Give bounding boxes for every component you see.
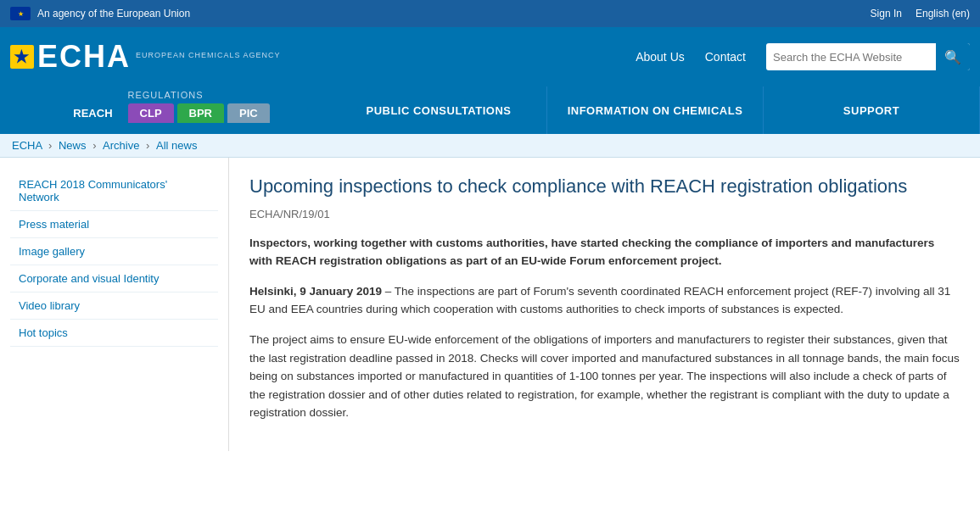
regulations-label: REGULATIONS — [127, 90, 203, 100]
article-lead: Inspectors, working together with custom… — [249, 234, 960, 270]
article-title: Upcoming inspections to check compliance… — [249, 175, 960, 199]
article-ref: ECHA/NR/19/01 — [249, 208, 960, 220]
search-bar: 🔍 — [766, 43, 970, 70]
breadcrumb-news[interactable]: News — [59, 139, 87, 152]
agency-label-area: ★ An agency of the European Union — [10, 7, 190, 20]
breadcrumb-all-news[interactable]: All news — [156, 139, 197, 152]
about-us-link[interactable]: About Us — [636, 50, 685, 64]
logo: ★ ECHA — [10, 39, 131, 75]
nav-support[interactable]: SUPPORT — [764, 86, 980, 134]
article-paragraph-2: The project aims to ensure EU-wide enfor… — [249, 331, 960, 422]
tab-clp[interactable]: CLP — [128, 103, 174, 123]
sidebar-link-corporate-identity[interactable]: Corporate and visual Identity — [10, 265, 218, 292]
main-nav: REGULATIONS REACH CLP BPR PIC PUBLIC CON… — [0, 86, 980, 134]
search-input[interactable] — [766, 47, 936, 67]
tab-reach[interactable]: REACH — [61, 103, 124, 123]
nav-information-on-chemicals[interactable]: INFORMATION ON CHEMICALS — [547, 86, 764, 134]
breadcrumb: ECHA › News › Archive › All news — [0, 134, 980, 158]
header-nav: About Us Contact 🔍 — [636, 43, 970, 70]
main-content: Upcoming inspections to check compliance… — [229, 158, 980, 451]
tab-bpr[interactable]: BPR — [177, 103, 224, 123]
sidebar-link-video-library[interactable]: Video library — [10, 292, 218, 320]
breadcrumb-echa[interactable]: ECHA — [12, 139, 42, 152]
breadcrumb-sep-3: › — [146, 139, 153, 152]
sidebar-link-hot-topics[interactable]: Hot topics — [10, 320, 218, 347]
nav-public-consultations[interactable]: PUBLIC CONSULTATIONS — [331, 86, 547, 134]
contact-link[interactable]: Contact — [705, 50, 746, 64]
top-bar: ★ An agency of the European Union Sign I… — [0, 0, 980, 27]
breadcrumb-sep-2: › — [92, 139, 99, 152]
breadcrumb-archive[interactable]: Archive — [103, 139, 139, 152]
article-dateline: Helsinki, 9 January 2019 — [249, 285, 382, 298]
top-bar-right: Sign In English (en) — [871, 8, 970, 20]
sidebar-link-reach-network[interactable]: REACH 2018 Communicators' Network — [10, 171, 218, 211]
agency-label: An agency of the European Union — [37, 8, 190, 20]
sidebar: REACH 2018 Communicators' Network Press … — [0, 158, 229, 451]
tab-pic[interactable]: PIC — [227, 103, 270, 123]
header: ★ ECHA EUROPEAN CHEMICALS AGENCY About U… — [0, 27, 980, 86]
breadcrumb-sep-1: › — [48, 139, 55, 152]
sign-in-link[interactable]: Sign In — [871, 8, 902, 20]
article-paragraph-1: Helsinki, 9 January 2019 – The inspectio… — [249, 282, 960, 319]
article-body: Inspectors, working together with custom… — [249, 234, 960, 422]
logo-star-icon: ★ — [10, 45, 34, 69]
language-selector[interactable]: English (en) — [916, 8, 970, 20]
sidebar-link-press-material[interactable]: Press material — [10, 211, 218, 238]
logo-area: ★ ECHA EUROPEAN CHEMICALS AGENCY — [10, 39, 281, 75]
sidebar-link-image-gallery[interactable]: Image gallery — [10, 238, 218, 265]
search-button[interactable]: 🔍 — [936, 43, 970, 70]
eu-flag-icon: ★ — [10, 7, 31, 20]
content-wrapper: REACH 2018 Communicators' Network Press … — [0, 158, 980, 451]
regulations-nav: REGULATIONS REACH CLP BPR PIC — [0, 86, 331, 134]
logo-subtitle: EUROPEAN CHEMICALS AGENCY — [136, 51, 281, 59]
reg-tabs: REACH CLP BPR PIC — [61, 103, 269, 123]
